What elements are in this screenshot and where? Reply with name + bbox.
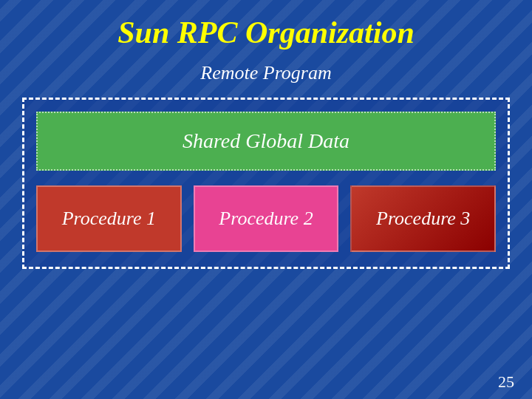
procedure-2-box: Procedure 2 bbox=[194, 185, 339, 252]
procedure-1-label: Procedure 1 bbox=[62, 208, 156, 229]
slide-title: Sun RPC Organization bbox=[117, 15, 415, 50]
shared-data-box: Shared Global Data bbox=[36, 112, 496, 171]
procedures-row: Procedure 1 Procedure 2 Procedure 3 bbox=[36, 185, 496, 252]
shared-data-label: Shared Global Data bbox=[183, 129, 349, 152]
procedure-3-box: Procedure 3 bbox=[350, 185, 496, 252]
procedure-1-box: Procedure 1 bbox=[36, 185, 182, 252]
slide-container: Sun RPC Organization Remote Program Shar… bbox=[0, 0, 532, 399]
procedure-3-label: Procedure 3 bbox=[376, 208, 470, 229]
slide-subtitle: Remote Program bbox=[200, 62, 331, 84]
remote-program-box: Shared Global Data Procedure 1 Procedure… bbox=[22, 98, 510, 269]
procedure-2-label: Procedure 2 bbox=[219, 208, 313, 229]
